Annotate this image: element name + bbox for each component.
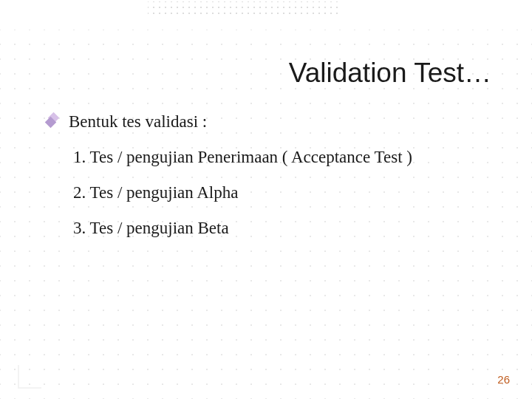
- corner-accent: [18, 365, 41, 389]
- bullet-heading-text: Bentuk tes validasi :: [69, 112, 207, 132]
- list-item-2: 2. Tes / pengujian Alpha: [73, 183, 238, 202]
- page-number: 26: [497, 373, 510, 386]
- list-item-3: 3. Tes / pengujian Beta: [73, 219, 229, 238]
- bullet-heading-row: Bentuk tes validasi :: [47, 112, 207, 132]
- diamond-bullet-icon: [47, 115, 60, 129]
- title-bar-decoration: [148, 1, 340, 18]
- slide-title: Validation Test…: [289, 58, 491, 89]
- list-item-1: 1. Tes / pengujian Penerimaan ( Acceptan…: [73, 148, 412, 167]
